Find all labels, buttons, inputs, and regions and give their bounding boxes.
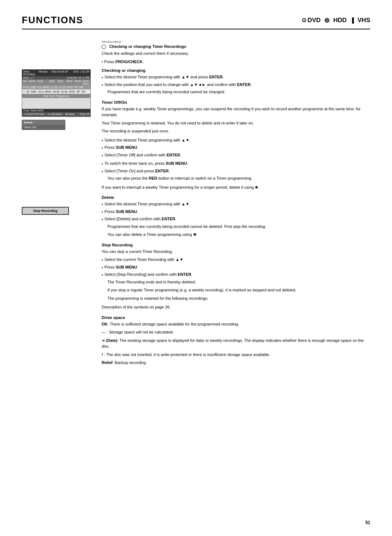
- stop-rec-bullet1: • Select the current Timer Recording wit…: [102, 257, 370, 263]
- col-name: Name: [29, 80, 36, 85]
- section-timer-off-on: Timer Off/On If you have regular e.g. we…: [102, 100, 370, 191]
- col-start: Start: [49, 80, 56, 85]
- delete-bullet3: • Select [Delete] and confirm with ENTER…: [102, 216, 370, 222]
- menu-box-delete: Delete Timer Off: [22, 120, 65, 130]
- chan-name-bar: Chan. Name ARD: [22, 109, 90, 112]
- row2-no: 02: [26, 90, 29, 93]
- delete-note1: Programmes that are currently being reco…: [107, 224, 370, 230]
- page-number: 51: [366, 520, 370, 525]
- vhs-icon-group: VHS: [358, 17, 370, 24]
- stop-rec-bullet2-text: Press SUB MENU.: [105, 264, 138, 271]
- hdd-label: HDD: [333, 17, 347, 24]
- row1-drive: DVD: [67, 86, 73, 89]
- timer-offon-para1: If you have regular e.g. weekly Timer pr…: [102, 106, 370, 118]
- row2-date: 10.3. MON: [38, 90, 51, 93]
- menu-box-item-timer-off: Timer Off: [22, 125, 65, 130]
- timer-rec-label: TimerRecording: [23, 70, 35, 75]
- timer-row-1: ● 01 ZDF 6.3. MON 17:00 17:15 DVD SP OK: [22, 85, 90, 90]
- bullet-sr-3-icon: •: [102, 272, 103, 278]
- timer-red-note: You can also press the RED button to int…: [107, 175, 370, 181]
- timer-offon-bullet3-text: Select [Timer Off] and confirm with ENTE…: [105, 152, 181, 159]
- footer-sub-menu: ① SUB MENU: [47, 113, 62, 116]
- row2-marker: ○: [23, 90, 25, 93]
- row2-space: OK: [81, 90, 85, 93]
- stop-rec-para1: You can stop a current Timer Recording.: [102, 249, 370, 255]
- stop-rec-note3: The programming is retained for the foll…: [107, 295, 370, 302]
- row1-stop: 17:15: [59, 86, 66, 89]
- symbols-note: Description of the symbols on page 36.: [102, 304, 370, 310]
- drive-space-heading: Drive space: [102, 315, 370, 320]
- timer-offon-bullet4: • To switch the timer back on, press SUB…: [102, 160, 370, 167]
- col-stop: Stop: [58, 80, 65, 85]
- stop-rec-note1: The Timer Recording ends and is thereby …: [107, 279, 370, 285]
- col-mode: Mode: [75, 80, 81, 85]
- checking-heading: Checking or changing Timer Recordings: [109, 44, 186, 49]
- stop-rec-bullet3: • Select [Stop Recording] and confirm wi…: [102, 271, 370, 278]
- timer-offon-bullet5: • Select [Timer On] and press ENTER.: [102, 168, 370, 175]
- col-drive: Drive: [66, 80, 73, 85]
- timer-weekly-note: If you want to interrupt a weekly Timer …: [102, 184, 370, 191]
- checking-subheading: Checking or changing: [102, 68, 370, 73]
- page: FUNCTIONS ⊙ DVD ⊜ HDD ▐ VHS TimerRec: [0, 0, 392, 536]
- section-stop-recording: Stop Recording You can stop a current Ti…: [102, 243, 370, 310]
- timer-footer: ⏎ ENTER RETURN ① SUB MENU ✱ Delete □ Tim…: [22, 112, 90, 116]
- stop-recording-box: Stop Recording: [22, 207, 69, 215]
- col-space: Drive space: [82, 80, 89, 85]
- bullet-icon-1: •: [102, 74, 103, 81]
- delete-bullet2: • Press SUB MENU.: [102, 209, 370, 215]
- left-column: TimerRecording Remain HDD 35:06 SP DVD 1…: [22, 40, 94, 371]
- bullet-offon-5-icon: •: [102, 168, 103, 175]
- bullet-sr-2-icon: •: [102, 265, 103, 271]
- row1-name: ZDF: [31, 86, 36, 89]
- timer-table-subheader: VHS –:– – 12:40:46 24. 2. FRI: [22, 76, 90, 79]
- section-checking-changing: Checking or changing • Select the desire…: [102, 68, 370, 95]
- row2-start: 20:45: [53, 90, 60, 93]
- row1-no: 01: [26, 86, 29, 89]
- bullet-offon-4-icon: •: [102, 161, 103, 167]
- bullet-del-3-icon: •: [102, 216, 103, 222]
- delete-bullet1-text: Select the desired Timer programming wit…: [105, 201, 191, 208]
- timer-offon-bullet5-text: Select [Timer On] and press ENTER.: [105, 168, 170, 175]
- bullet-offon-2-icon: •: [102, 145, 103, 151]
- checking-bullet1-text: Select the desired Timer programming wit…: [105, 74, 224, 81]
- vhs-label: VHS: [358, 17, 370, 24]
- bullet-del-2-icon: •: [102, 209, 103, 215]
- checking-bullet2-text: Select the position that you want to cha…: [105, 82, 252, 88]
- timer-recording-table: TimerRecording Remain HDD 35:06 SP DVD 1…: [22, 69, 91, 117]
- timer-table-header: TimerRecording Remain HDD 35:06 SP DVD 1…: [22, 70, 90, 76]
- delete-heading: Delete: [102, 195, 370, 200]
- timer-offon-bullet4-text: To switch the timer back on, press SUB M…: [105, 160, 188, 167]
- timer-offon-bullet3: • Select [Timer Off] and confirm with EN…: [102, 152, 370, 159]
- col-no: No: [23, 80, 27, 85]
- bullet-sr-1-icon: •: [102, 257, 103, 263]
- row1-start: 17:00: [51, 86, 58, 89]
- separator2: ▐: [350, 17, 354, 23]
- main-content: TimerRecording Remain HDD 35:06 SP DVD 1…: [22, 40, 370, 371]
- drive-dash-note: — : Storage space will not be calculated…: [102, 329, 370, 335]
- stop-rec-note2: If you stop a regular Timer programming …: [107, 287, 370, 293]
- footer-enter: ⏎ ENTER RETURN: [23, 113, 45, 116]
- row2-drive: DVD: [69, 90, 75, 93]
- timer-offon-para3: The recording is suspended just once.: [102, 128, 370, 134]
- menu-box-header: Delete: [22, 120, 65, 125]
- row2-stop: 21:30: [61, 90, 68, 93]
- dvd-label: DVD: [307, 17, 320, 24]
- footer-delete: ✱ Delete: [65, 113, 75, 116]
- page-title: FUNCTIONS: [22, 15, 83, 26]
- footer-timer-off: □ Timer Off: [78, 113, 89, 116]
- timer-offon-bullet1-text: Select the desired Timer programming wit…: [105, 137, 191, 144]
- datetime-label: 12:40:46 24. 2. FRI: [67, 77, 89, 79]
- stop-rec-bullet1-text: Select the current Timer Recording with …: [105, 257, 184, 263]
- checking-intro: Check the settings and correct them if n…: [102, 50, 370, 57]
- section-checking-timer: PROG/CHECK Checking or changing Timer Re…: [102, 40, 370, 95]
- stop-rec-bullet2: • Press SUB MENU.: [102, 264, 370, 271]
- row1-date: 6.3. MON: [37, 86, 49, 89]
- section-drive-space: Drive space OK: There is sufficient stor…: [102, 315, 370, 366]
- circle-bullet-icon: [102, 45, 106, 49]
- timer-offon-bullet2: • Press SUB MENU.: [102, 144, 370, 151]
- section-delete: Delete • Select the desired Timer progra…: [102, 195, 370, 238]
- checking-note: Programmes that are currently being reco…: [107, 89, 370, 95]
- delete-bullet1: • Select the desired Timer programming w…: [102, 201, 370, 208]
- drive-excl-note: ! : The disc was not inserted, it is wri…: [102, 352, 370, 358]
- timer-offon-heading: Timer Off/On: [102, 100, 370, 105]
